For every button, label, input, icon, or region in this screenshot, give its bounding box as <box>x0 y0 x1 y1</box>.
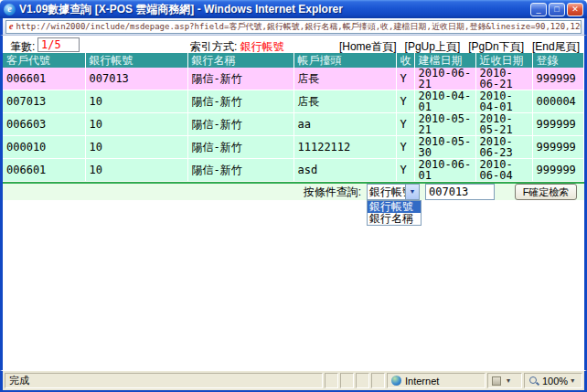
table-cell: 陽信-新竹 <box>187 68 294 90</box>
table-cell: Y <box>396 136 414 159</box>
dropdown-option[interactable]: 銀行名稱 <box>368 213 421 225</box>
globe-icon <box>391 376 401 386</box>
table-cell: 2010-06-21 <box>475 68 532 90</box>
table-cell: Y <box>396 90 414 113</box>
record-toolbar: 筆數: 索引方式: 銀行帳號 [Home首頁] [PgUp上頁] [PgDn下頁… <box>3 36 584 53</box>
index-mode-value: 銀行帳號 <box>240 40 284 53</box>
chevron-down-icon[interactable]: ▾ <box>507 376 510 385</box>
table-cell: 006603 <box>3 113 85 136</box>
address-field[interactable]: e http://win2000/include/msdepage.asp?hf… <box>5 20 582 34</box>
table-cell: 2010-04-01 <box>414 90 475 113</box>
table-cell: 店長 <box>294 68 396 90</box>
nav-home-link[interactable]: [Home首頁] <box>339 39 397 55</box>
minimize-button[interactable]: _ <box>530 3 547 16</box>
table-cell: 999999 <box>532 68 584 90</box>
nav-pgdn-link[interactable]: [PgDn下頁] <box>468 39 524 55</box>
query-label: 按條件查詢: <box>304 185 361 200</box>
table-cell: 006601 <box>3 159 85 182</box>
table-cell: 2010-05-30 <box>414 136 475 159</box>
table-cell: 007013 <box>3 90 85 113</box>
table-cell: 陽信-新竹 <box>187 159 294 182</box>
ie-logo-icon: e <box>4 4 16 16</box>
zone-label: Internet <box>405 376 439 387</box>
query-field-select[interactable]: 銀行帳號 ▼ 銀行帳號 銀行名稱 <box>367 184 420 200</box>
record-count-label: 筆數: <box>10 39 35 55</box>
table-cell: 2010-06-21 <box>414 68 475 90</box>
page-icon: e <box>9 22 13 31</box>
table-cell: 店長 <box>294 90 396 113</box>
column-header: 銀行帳號 <box>85 53 187 68</box>
table-cell: 006601 <box>3 68 85 90</box>
table-cell: 2010-06-04 <box>475 159 532 182</box>
window-controls: _ □ ✕ <box>530 3 583 16</box>
records-table: 客戶代號 銀行帳號 銀行名稱 帳戶擡頭 收 建檔日期 近收日期 登錄 00660… <box>3 53 584 182</box>
record-count-input[interactable] <box>37 37 80 52</box>
table-row[interactable]: 000010 10 陽信-新竹 11122112 Y 2010-05-30 20… <box>3 136 584 159</box>
maximize-button[interactable]: □ <box>549 3 565 16</box>
status-cell <box>356 373 369 388</box>
table-header-row: 客戶代號 銀行帳號 銀行名稱 帳戶擡頭 收 建檔日期 近收日期 登錄 <box>3 53 584 68</box>
table-cell: 11122112 <box>294 136 396 159</box>
table-cell: 2010-04-01 <box>475 90 532 113</box>
chevron-down-icon[interactable]: ▼ <box>405 185 419 199</box>
table-cell: asd <box>294 159 396 182</box>
column-header: 客戶代號 <box>3 53 85 68</box>
table-cell: 陽信-新竹 <box>187 113 294 136</box>
address-url: http://win2000/include/msdepage.asp?hfie… <box>16 22 582 32</box>
status-bar: 完成 Internet ▾ 100% ▾ <box>0 370 587 390</box>
table-cell: 10 <box>85 90 187 113</box>
column-header: 收 <box>396 53 414 68</box>
table-cell: 10 <box>85 159 187 182</box>
query-field-dropdown: 銀行帳號 銀行名稱 <box>367 200 422 226</box>
table-cell: Y <box>396 68 414 90</box>
window-title: V1.09數據查詢 [X-POS 雲端商務網] - Windows Intern… <box>19 2 530 17</box>
index-mode: 索引方式: 銀行帳號 <box>190 39 284 55</box>
column-header: 建檔日期 <box>414 53 475 68</box>
column-header: 近收日期 <box>475 53 532 68</box>
status-cell <box>371 373 385 388</box>
column-header: 帳戶擡頭 <box>294 53 396 68</box>
nav-pgup-link[interactable]: [PgUp上頁] <box>405 39 461 55</box>
table-cell: 999999 <box>532 159 584 182</box>
table-cell: 000010 <box>3 136 85 159</box>
table-row[interactable]: 006603 10 陽信-新竹 aa Y 2010-05-21 2010-05-… <box>3 113 584 136</box>
table-cell: 2010-06-01 <box>414 159 475 182</box>
table-cell: 2010-05-21 <box>414 113 475 136</box>
status-text: 完成 <box>9 374 29 387</box>
column-header: 銀行名稱 <box>187 53 294 68</box>
close-button[interactable]: ✕ <box>567 3 583 16</box>
page-options-cell[interactable]: ▾ <box>487 373 522 388</box>
magnifier-icon <box>528 376 539 387</box>
table-row[interactable]: 006601 007013 陽信-新竹 店長 Y 2010-06-21 2010… <box>3 68 584 90</box>
nav-end-link[interactable]: [End尾頁] <box>532 39 580 55</box>
dropdown-option[interactable]: 銀行帳號 <box>368 201 421 213</box>
table-row[interactable]: 007013 10 陽信-新竹 店長 Y 2010-04-01 2010-04-… <box>3 90 584 113</box>
status-text-cell: 完成 <box>5 373 323 388</box>
table-cell: Y <box>396 159 414 182</box>
table-cell: 2010-06-23 <box>475 136 532 159</box>
table-cell: 10 <box>85 136 187 159</box>
table-cell: 陽信-新竹 <box>187 136 294 159</box>
table-cell: Y <box>396 113 414 136</box>
address-bar: e http://win2000/include/msdepage.asp?hf… <box>0 18 587 36</box>
zoom-control[interactable]: 100% ▾ <box>524 373 582 388</box>
query-field-value: 銀行帳號 <box>368 185 405 199</box>
query-value-input[interactable] <box>425 184 495 200</box>
search-button[interactable]: F確定檢索 <box>515 184 577 200</box>
table-cell: 陽信-新竹 <box>187 90 294 113</box>
shield-icon <box>492 376 501 386</box>
chevron-down-icon[interactable]: ▾ <box>571 376 574 385</box>
query-bar: 按條件查詢: 銀行帳號 ▼ 銀行帳號 銀行名稱 F確定檢索 <box>3 184 584 200</box>
page-nav-links: [Home首頁] [PgUp上頁] [PgDn下頁] [End尾頁] <box>339 39 580 55</box>
title-bar: e V1.09數據查詢 [X-POS 雲端商務網] - Windows Inte… <box>0 0 587 18</box>
security-zone-cell: Internet <box>387 373 486 388</box>
table-cell: 007013 <box>85 68 187 90</box>
table-cell: 000004 <box>532 90 584 113</box>
table-cell: aa <box>294 113 396 136</box>
table-cell: 999999 <box>532 136 584 159</box>
table-cell: 2010-05-21 <box>475 113 532 136</box>
status-cell <box>325 373 338 388</box>
table-row[interactable]: 006601 10 陽信-新竹 asd Y 2010-06-01 2010-06… <box>3 159 584 182</box>
zoom-level: 100% <box>542 376 568 387</box>
table-cell: 10 <box>85 113 187 136</box>
